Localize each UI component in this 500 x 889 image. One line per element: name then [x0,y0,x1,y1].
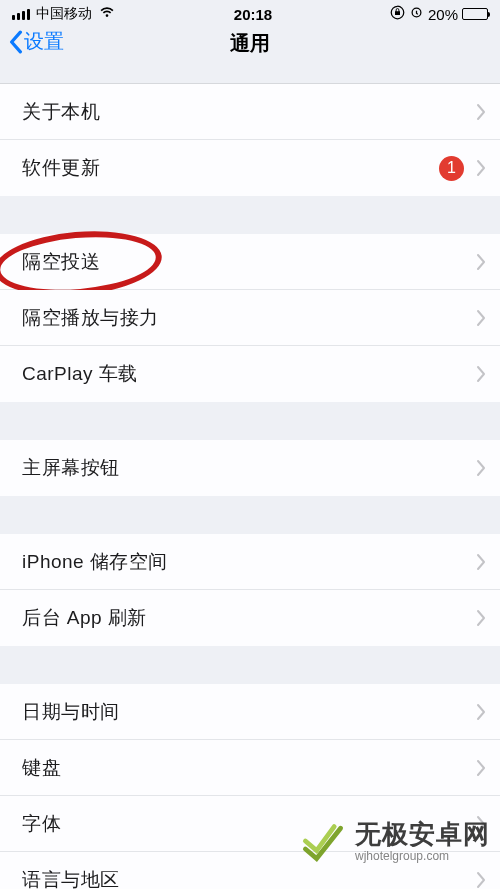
battery-icon [462,8,488,20]
chevron-right-icon [476,365,486,383]
chevron-right-icon [476,253,486,271]
chevron-right-icon [476,103,486,121]
status-bar: 中国移动 20:18 20% [0,0,500,28]
row-background-refresh[interactable]: 后台 App 刷新 [0,590,500,646]
page-title: 通用 [230,30,270,57]
chevron-right-icon [476,553,486,571]
row-label: 主屏幕按钮 [22,455,120,481]
wifi-icon [98,3,116,25]
row-label: 键盘 [22,755,61,781]
signal-icon [12,9,30,20]
row-label: 语言与地区 [22,867,120,889]
chevron-right-icon [476,309,486,327]
chevron-right-icon [476,759,486,777]
alarm-icon [409,5,424,23]
battery-pct: 20% [428,6,458,23]
row-label: 关于本机 [22,99,100,125]
content[interactable]: 关于本机 软件更新 1 隔空投送 隔空播放与接力 CarPlay 车载 主屏幕按 [0,84,500,889]
row-about[interactable]: 关于本机 [0,84,500,140]
row-home-button[interactable]: 主屏幕按钮 [0,440,500,496]
row-label: 隔空播放与接力 [22,305,159,331]
row-software-update[interactable]: 软件更新 1 [0,140,500,196]
row-language-region[interactable]: 语言与地区 [0,852,500,889]
status-right: 20% [390,5,488,23]
row-label: 隔空投送 [22,249,100,275]
chevron-right-icon [476,159,486,177]
chevron-right-icon [476,815,486,833]
group-airdrop: 隔空投送 隔空播放与接力 CarPlay 车载 [0,234,500,402]
chevron-right-icon [476,703,486,721]
row-label: iPhone 储存空间 [22,549,168,575]
back-button[interactable]: 设置 [8,28,64,55]
row-label: CarPlay 车载 [22,361,138,387]
row-carplay[interactable]: CarPlay 车载 [0,346,500,402]
lock-icon [390,5,405,23]
row-label: 软件更新 [22,155,100,181]
row-keyboard[interactable]: 键盘 [0,740,500,796]
group-homebutton: 主屏幕按钮 [0,440,500,496]
group-datetime: 日期与时间 键盘 字体 语言与地区 [0,684,500,889]
row-datetime[interactable]: 日期与时间 [0,684,500,740]
carrier: 中国移动 [36,5,92,23]
navbar: 设置 通用 [0,28,500,84]
row-label: 后台 App 刷新 [22,605,147,631]
back-label: 设置 [24,28,64,55]
row-storage[interactable]: iPhone 储存空间 [0,534,500,590]
row-fonts[interactable]: 字体 [0,796,500,852]
group-storage: iPhone 储存空间 后台 App 刷新 [0,534,500,646]
chevron-right-icon [476,609,486,627]
clock: 20:18 [116,6,390,23]
row-airplay-handoff[interactable]: 隔空播放与接力 [0,290,500,346]
group-about: 关于本机 软件更新 1 [0,84,500,196]
row-label: 日期与时间 [22,699,120,725]
update-badge: 1 [439,156,464,181]
row-airdrop[interactable]: 隔空投送 [0,234,500,290]
row-label: 字体 [22,811,61,837]
chevron-right-icon [476,871,486,889]
chevron-right-icon [476,459,486,477]
